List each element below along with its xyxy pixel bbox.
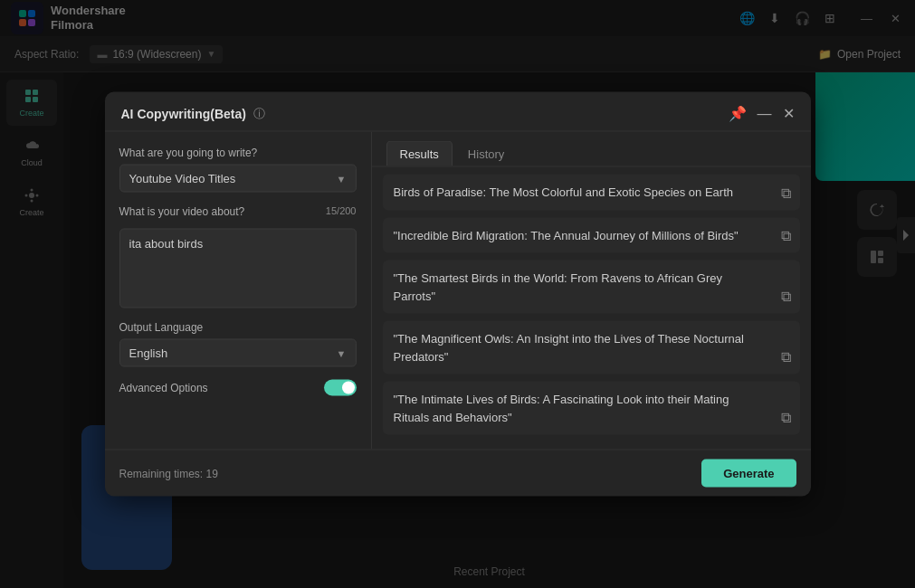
write-type-select[interactable]: Youtube Video Titles ▼ bbox=[119, 165, 357, 193]
video-about-header: What is your video about? 15/200 bbox=[119, 205, 357, 223]
modal-header-right: 📌 — ✕ bbox=[729, 105, 795, 122]
modal-minimize-button[interactable]: — bbox=[758, 105, 772, 121]
output-language-label: Output Language bbox=[119, 321, 357, 334]
result-item: "The Magnificent Owls: An Insight into t… bbox=[383, 321, 800, 375]
result-item: "Incredible Bird Migration: The Annual J… bbox=[383, 217, 800, 253]
pin-icon[interactable]: 📌 bbox=[729, 105, 747, 122]
modal-header: AI Copywriting(Beta) ⓘ 📌 — ✕ bbox=[105, 92, 811, 132]
language-arrow: ▼ bbox=[337, 347, 347, 358]
modal-title-row: AI Copywriting(Beta) ⓘ bbox=[121, 105, 265, 121]
write-type-field: What are you going to write? Youtube Vid… bbox=[119, 147, 357, 193]
tab-results[interactable]: Results bbox=[386, 141, 453, 166]
result-text: "The Magnificent Owls: An Insight into t… bbox=[394, 330, 789, 365]
modal-footer: Remaining times: 19 Generate bbox=[105, 450, 811, 497]
advanced-options-toggle[interactable] bbox=[324, 380, 357, 396]
output-language-value: English bbox=[129, 346, 168, 360]
ai-copywriting-modal: AI Copywriting(Beta) ⓘ 📌 — ✕ What are yo… bbox=[105, 92, 811, 497]
result-item: "The Intimate Lives of Birds: A Fascinat… bbox=[383, 382, 800, 435]
video-about-label: What is your video about? bbox=[119, 205, 245, 218]
result-text: "The Intimate Lives of Birds: A Fascinat… bbox=[394, 391, 789, 426]
advanced-options-label: Advanced Options bbox=[119, 382, 208, 394]
result-item: Birds of Paradise: The Most Colorful and… bbox=[383, 175, 800, 211]
modal-title: AI Copywriting(Beta) bbox=[121, 106, 246, 120]
toggle-knob bbox=[342, 382, 355, 394]
copy-button[interactable]: ⧉ bbox=[779, 408, 793, 428]
copy-button[interactable]: ⧉ bbox=[779, 226, 793, 246]
result-text: "The Smartest Birds in the World: From R… bbox=[394, 270, 789, 305]
tabs-bar: Results History bbox=[372, 132, 811, 167]
result-item: "The Smartest Birds in the World: From R… bbox=[383, 261, 800, 314]
modal-close-button[interactable]: ✕ bbox=[783, 105, 795, 122]
write-type-arrow: ▼ bbox=[337, 173, 347, 184]
modal-right-panel: Results History Birds of Paradise: The M… bbox=[372, 132, 811, 450]
advanced-options-row: Advanced Options bbox=[119, 380, 357, 396]
output-language-field: Output Language English ▼ bbox=[119, 321, 357, 367]
video-about-textarea[interactable] bbox=[119, 229, 357, 308]
video-about-field: What is your video about? 15/200 bbox=[119, 205, 357, 308]
copy-button[interactable]: ⧉ bbox=[779, 183, 793, 203]
write-type-label: What are you going to write? bbox=[119, 147, 357, 159]
generate-button[interactable]: Generate bbox=[701, 460, 796, 488]
result-text: "Incredible Bird Migration: The Annual J… bbox=[394, 226, 789, 244]
modal-body: What are you going to write? Youtube Vid… bbox=[105, 132, 811, 450]
tab-history[interactable]: History bbox=[454, 141, 518, 166]
result-text: Birds of Paradise: The Most Colorful and… bbox=[394, 184, 789, 202]
info-icon[interactable]: ⓘ bbox=[253, 105, 265, 121]
char-count: 15/200 bbox=[326, 205, 357, 223]
remaining-times: Remaining times: 19 bbox=[119, 467, 218, 479]
copy-button[interactable]: ⧉ bbox=[779, 347, 793, 367]
copy-button[interactable]: ⧉ bbox=[779, 287, 793, 307]
modal-left-panel: What are you going to write? Youtube Vid… bbox=[105, 132, 372, 450]
output-language-select[interactable]: English ▼ bbox=[119, 339, 357, 367]
results-list: Birds of Paradise: The Most Colorful and… bbox=[372, 167, 811, 450]
write-type-value: Youtube Video Titles bbox=[129, 172, 236, 185]
